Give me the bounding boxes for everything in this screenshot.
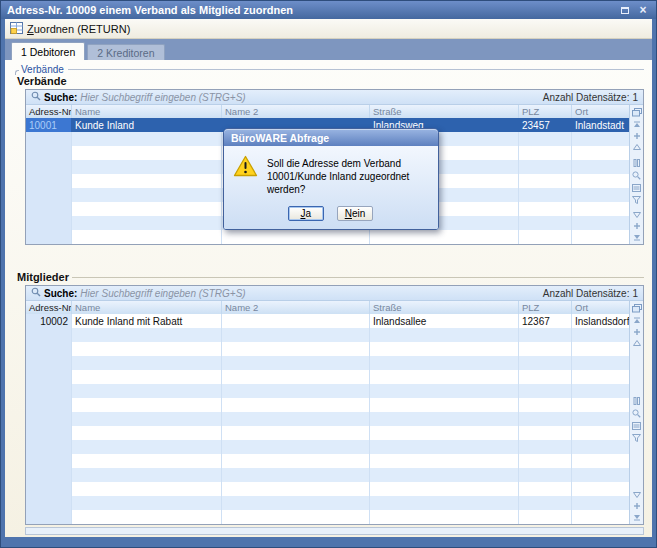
table-cell[interactable] [519,496,572,510]
table-cell[interactable] [26,328,72,342]
table-cell[interactable]: Inslandsdorf [572,314,629,328]
table-cell[interactable] [72,482,222,496]
column-header[interactable]: Name 2 [222,301,370,314]
table-cell[interactable] [519,328,572,342]
table-row[interactable] [26,454,629,468]
table-cell[interactable] [370,370,519,384]
row-up-icon[interactable] [633,130,641,142]
table-cell[interactable] [72,426,222,440]
table-cell[interactable] [572,398,629,412]
table-row[interactable] [26,496,629,510]
table-cell[interactable]: 12367 [519,314,572,328]
table-row[interactable]: 10002Kunde Inland mit RabattInlandsallee… [26,314,629,328]
table-cell[interactable] [370,496,519,510]
table-cell[interactable] [519,412,572,426]
table-cell[interactable] [222,454,370,468]
table-cell[interactable]: Kunde Inland [72,118,222,132]
table-cell[interactable] [72,174,222,188]
table-cell[interactable] [519,510,572,524]
table-cell[interactable] [572,454,629,468]
table-row[interactable] [26,328,629,342]
title-bar[interactable]: Adress-Nr. 10009 einem Verband als Mitgl… [1,1,656,19]
table-row[interactable] [26,342,629,356]
table-cell[interactable] [572,440,629,454]
table-cell[interactable] [370,356,519,370]
table-cell[interactable] [222,314,370,328]
no-button[interactable]: Nein [337,206,374,221]
table-cell[interactable] [222,482,370,496]
filter-icon[interactable] [632,432,641,444]
table-cell[interactable] [222,342,370,356]
column-header[interactable]: Name 2 [222,105,370,118]
table-cell[interactable] [572,496,629,510]
page-down-icon[interactable] [633,210,641,220]
table-cell[interactable] [26,202,72,216]
table-cell[interactable] [519,440,572,454]
table-cell[interactable] [370,440,519,454]
table-row[interactable] [26,440,629,454]
tab-debitoren[interactable]: 1 Debitoren [11,42,85,60]
table-cell[interactable] [72,230,222,244]
table-cell[interactable] [26,146,72,160]
table-cell[interactable] [519,216,572,230]
table-cell[interactable] [519,146,572,160]
column-header[interactable]: Adress-Nr. [26,105,72,118]
list-icon[interactable] [632,182,641,194]
table-cell[interactable] [519,202,572,216]
page-up-icon[interactable] [633,142,641,152]
table-row[interactable] [26,412,629,426]
search-input[interactable]: Hier Suchbegriff eingeben (STRG+S) [80,92,245,103]
column-header[interactable]: PLZ [519,301,572,314]
export-icon[interactable] [632,106,642,119]
table-cell[interactable] [572,174,629,188]
table-cell[interactable] [222,468,370,482]
table-cell[interactable] [26,370,72,384]
table-cell[interactable] [26,356,72,370]
table-row[interactable] [26,426,629,440]
table-cell[interactable] [222,440,370,454]
table-cell[interactable] [72,468,222,482]
table-cell[interactable] [572,230,629,244]
row-down-icon[interactable] [633,500,641,512]
column-header[interactable]: Ort [572,105,629,118]
table-cell[interactable] [572,510,629,524]
scroll-top-icon[interactable] [633,119,641,130]
table-cell[interactable] [572,202,629,216]
table-cell[interactable] [26,510,72,524]
table-cell[interactable] [370,230,519,244]
close-button[interactable]: × [636,4,650,16]
table-cell[interactable] [72,510,222,524]
table-cell[interactable] [26,440,72,454]
table-cell[interactable] [26,412,72,426]
table-cell[interactable] [72,440,222,454]
table-cell[interactable] [572,216,629,230]
table-cell[interactable] [370,398,519,412]
table-cell[interactable] [26,132,72,146]
scroll-bottom-icon[interactable] [633,232,641,243]
table-cell[interactable] [72,202,222,216]
table-cell[interactable] [519,356,572,370]
table-cell[interactable] [572,188,629,202]
table-cell[interactable] [572,132,629,146]
table-cell[interactable] [572,384,629,398]
table-cell[interactable] [519,188,572,202]
table-cell[interactable]: Inlandstadt [572,118,629,132]
table-cell[interactable] [370,482,519,496]
row-up-icon[interactable] [633,326,641,338]
table-cell[interactable] [26,230,72,244]
table-cell[interactable] [26,468,72,482]
table-cell[interactable] [26,426,72,440]
table-cell[interactable] [222,426,370,440]
table-cell[interactable] [370,510,519,524]
table-cell[interactable] [519,426,572,440]
table-cell[interactable]: 23457 [519,118,572,132]
dialog-title-bar[interactable]: BüroWARE Abfrage [224,129,438,146]
table-row[interactable] [26,356,629,370]
table-cell[interactable] [519,370,572,384]
table-cell[interactable] [72,132,222,146]
table-row[interactable] [26,482,629,496]
table-cell[interactable] [370,412,519,426]
table-cell[interactable]: Inlandsallee [370,314,519,328]
table-cell[interactable]: Kunde Inland mit Rabatt [72,314,222,328]
table-cell[interactable] [572,426,629,440]
